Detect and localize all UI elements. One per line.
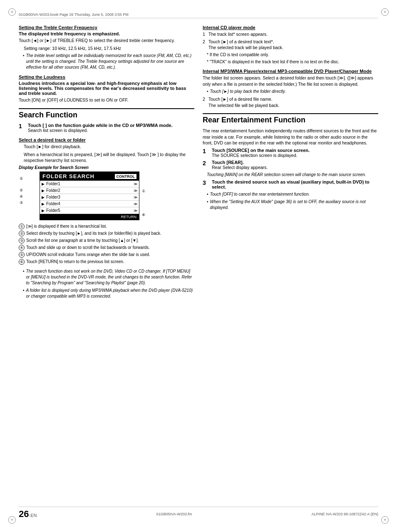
main-content: Setting the Treble Center Frequency The … [19,25,378,507]
cd-note1: * If the CD is text compatible only. [207,52,378,58]
left-bullet-2-text: A folder list is displayed only during M… [26,288,194,299]
rear-step1-number: 1 [203,148,209,154]
folder-5-left: ▶ Folder5 [42,208,60,213]
rear-step1: 1 Touch [SOURCE] on the main source scre… [203,148,378,158]
ann-text-5: UP/DOWN scroll indicator Turns orange wh… [26,252,150,258]
select-heading: Select a desired track or folder [19,137,194,142]
search-screen-wrapper: ② ⑤ ④ ③ FOLDER SEARCH CONTROL ▶ Folder1 [27,172,139,220]
corner-mark-tl [8,8,16,16]
right-column: Internal CD player mode 1 The track list… [203,25,378,507]
return-btn: RETURN [40,214,139,220]
mp3-step2: 2 Touch [►] of a desired file name.The s… [203,96,378,108]
rear-note1: Touching [MAIN] on the REAR selection sc… [207,172,378,178]
folder-1-name: Folder1 [46,181,60,186]
rear-step2-content: Touch [REAR]. Rear Select display appear… [212,160,378,170]
footer-bar: 26-EN 01GB05IVA-W203.fm ALPINE IVA-W203 … [19,507,378,520]
ann-circle-2: ② [19,231,25,236]
rear-step2-text: Rear Select display appears. [212,165,378,170]
ann-text-6: Touch [RETURN] to return to the previous… [26,259,124,265]
corner-mark-tr [381,8,389,16]
search-step1: 1 Touch [ ] on the function guide while … [19,123,194,133]
footer-left: 26-EN [19,509,37,520]
ann-item-4: ④ Touch and slide up or down to scroll t… [19,245,194,251]
cd-step-2-text: Touch [►] of a desired track text*.The s… [208,39,283,51]
ann-item-2: ② Select directly by touching [►], and i… [19,231,194,236]
folder-3-arrow: ≫ [134,195,137,199]
footer-right-text: ALPINE IVA-W203 68-10872Z42-A (EN) [312,512,378,516]
select-text1: Touch [►] for direct playback. [24,144,194,150]
rear-step2-bold: Touch [REAR]. [212,160,378,165]
folder-4-name: Folder4 [46,201,60,206]
ann-5-marker: ⑤ [20,188,23,192]
search-screen-area: ② ⑤ ④ ③ FOLDER SEARCH CONTROL ▶ Folder1 [19,172,194,220]
rear-section-divider [203,113,378,114]
footer-left-text: 01GB05IVA-W203.fm [156,512,192,516]
search-section-title: Search Function [19,111,194,119]
search-screen-header: FOLDER SEARCH CONTROL [40,172,139,181]
rear-note2: Touch [OFF] to cancel the rear entertain… [210,191,310,197]
rear-step3-number: 3 [203,179,209,186]
rear-intro: The rear entertainment function independ… [203,128,378,146]
folder-row-3: ▶ Folder3 ≫ [40,194,139,201]
ann-4-marker: ④ [20,194,23,199]
ann-circle-1: ① [19,224,25,229]
ann-3-marker: ③ [20,201,23,205]
cd-step-1: 1 The track list* screen appears. [203,31,378,37]
play-btn-5: ▶ [42,209,45,213]
folder-4-left: ▶ Folder4 [42,201,60,206]
ann-item-5: ⑤ UP/DOWN scroll indicator Turns orange … [19,252,194,258]
folder-row-2: ▶ Folder2 ≫ [40,187,139,194]
folder-search-label: FOLDER SEARCH [42,173,94,179]
ann-circle-5: ⑤ [19,252,25,258]
display-caption: Display Example for Search Screen [19,165,194,170]
folder-3-left: ▶ Folder3 [42,195,60,199]
folder-5-name: Folder5 [46,208,60,213]
ann-circle-4: ④ [19,245,25,251]
return-label: RETURN [121,215,137,219]
mp3-section: Internal MP3/WMA Player/external MP3-com… [203,69,378,110]
ann-text-3: Scroll the list one paragraph at a time … [26,238,139,244]
treble-bold: The displayed treble frequency is emphas… [19,31,194,36]
play-btn-2: ▶ [42,189,45,193]
rear-step1-content: Touch [SOURCE] on the main source screen… [212,148,378,158]
left-bullet-1: The search function does not work on the… [23,268,194,286]
ann-item-3: ③ Scroll the list one paragraph at a tim… [19,238,194,244]
mp3-step2-text: Touch [►] of a desired file name.The sel… [208,96,279,108]
folder-2-left: ▶ Folder2 [42,188,60,193]
step1-number: 1 [19,123,25,129]
left-column: Setting the Treble Center Frequency The … [19,25,194,507]
ann-6-marker: ⑥ [142,213,145,217]
rear-step1-text: The SOURCE selection screen is displayed… [212,153,378,158]
ann-item-1: ① [≫] is displayed if there is a hierarc… [19,224,194,229]
loudness-heading: Setting the Loudness [19,75,194,80]
rear-step2: 2 Touch [REAR]. Rear Select display appe… [203,160,378,170]
control-label: CONTROL [115,174,137,179]
treble-note-text: The treble level settings will be indivi… [26,53,194,70]
play-btn-3: ▶ [42,195,45,199]
header-bar: 01GB00IVA-W203.book Page 26 Thursday, Ju… [19,12,378,18]
play-btn-4: ▶ [42,202,45,206]
annotations-list: ① [≫] is displayed if there is a hierarc… [19,224,194,266]
mp3-step2-num: 2 [203,96,207,108]
folder-row-5: ▶ Folder5 ≫ [40,207,139,214]
ann-text-2: Select directly by touching [►], and its… [26,231,161,236]
mp3-text1: The folder list screen appears. Select a… [203,75,378,87]
ann-text-1: [≫] is displayed if there is a hierarchi… [26,224,107,229]
left-bullet-2: A folder list is displayed only during M… [23,288,194,299]
folder-3-name: Folder3 [46,195,60,199]
left-bullet-1-text: The search function does not work on the… [26,268,194,286]
folder-row-1: ▶ Folder1 ≫ [40,181,139,187]
rear-step1-bold: Touch [SOURCE] on the main source screen… [212,148,378,153]
ann-text-4: Touch and slide up or down to scroll the… [26,245,150,251]
treble-note: The treble level settings will be indivi… [23,53,194,70]
treble-heading: Setting the Treble Center Frequency [19,25,194,30]
rear-bullet2: When the "Setting the AUX Mode" (page 36… [207,199,378,211]
loudness-text: Touch [ON] or [OFF] of LOUDNESS to set t… [19,97,194,103]
cd-step-1-text: The track list* screen appears. [208,31,268,37]
folder-2-arrow: ≫ [134,189,137,193]
cd-heading: Internal CD player mode [203,25,378,30]
rear-bullet1: Touch [OFF] to cancel the rear entertain… [207,191,378,197]
corner-mark-br [381,516,389,524]
folder-1-left: ▶ Folder1 [42,181,60,186]
folder-2-name: Folder2 [46,188,60,193]
